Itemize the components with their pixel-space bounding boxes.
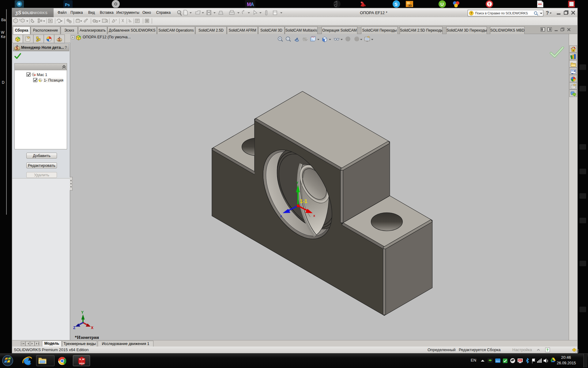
svg-text:Y: Y: [296, 181, 299, 185]
svg-text:Y: Y: [81, 310, 84, 315]
svg-text:W: W: [82, 358, 85, 361]
svg-text:x: x: [313, 214, 315, 217]
svg-text:z: z: [280, 214, 282, 218]
svg-text:2015: 2015: [79, 362, 85, 365]
svg-text:*Изометрия: *Изометрия: [75, 335, 99, 340]
svg-text:Мас 1: Мас 1: [37, 73, 47, 77]
svg-text:?: ?: [546, 348, 548, 352]
svg-text:X: X: [91, 326, 93, 330]
svg-text:box: box: [496, 360, 500, 362]
svg-text:S: S: [394, 2, 398, 7]
svg-text:SC: SC: [519, 359, 522, 362]
svg-text:1-1: 1-1: [300, 198, 307, 204]
svg-text:Ps: Ps: [65, 2, 70, 7]
svg-text:1- Позиция: 1- Позиция: [44, 78, 63, 82]
svg-text:Z: Z: [73, 326, 75, 330]
svg-text:3D: 3D: [408, 4, 412, 7]
svg-text:U: U: [440, 2, 444, 7]
svg-text:SOLIDWORKS: SOLIDWORKS: [22, 11, 47, 15]
svg-text:?: ?: [470, 11, 473, 15]
svg-text:T: T: [488, 2, 491, 6]
svg-text:?: ?: [546, 10, 549, 16]
svg-text:ʒS: ʒS: [15, 10, 21, 15]
svg-text:A: A: [251, 2, 254, 7]
svg-text:S: S: [79, 358, 81, 361]
